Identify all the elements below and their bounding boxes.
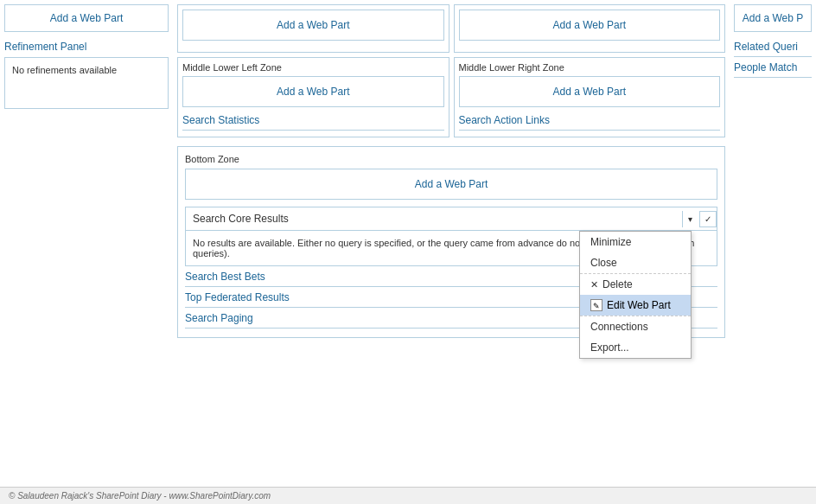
search-action-links-link[interactable]: Search Action Links bbox=[459, 114, 721, 131]
right-panel: Add a Web P Related Queri People Match bbox=[730, 0, 816, 504]
footer-bar: © Salaudeen Rajack's SharePoint Diary - … bbox=[0, 487, 816, 504]
right-add-web-part-button[interactable]: Add a Web P bbox=[734, 4, 812, 32]
search-core-dropdown-button[interactable]: ▾ bbox=[682, 211, 698, 227]
middle-lower-right-label: Middle Lower Right Zone bbox=[459, 62, 721, 73]
refinement-box: No refinements available bbox=[4, 57, 169, 109]
middle-lower-left-label: Middle Lower Left Zone bbox=[182, 62, 444, 73]
footer-text: © Salaudeen Rajack's SharePoint Diary - … bbox=[9, 491, 271, 501]
search-statistics-link[interactable]: Search Statistics bbox=[182, 114, 444, 131]
search-core-results-title: Search Core Results bbox=[186, 207, 682, 230]
bottom-zone: Bottom Zone Add a Web Part Search Core R… bbox=[177, 146, 725, 338]
context-menu-connections[interactable]: Connections bbox=[580, 316, 691, 337]
top-right-add-web-part-button[interactable]: Add a Web Part bbox=[459, 10, 721, 41]
edit-web-part-icon: ✎ bbox=[590, 299, 602, 311]
context-menu-minimize[interactable]: Minimize bbox=[580, 232, 691, 252]
top-row: Add a Web Part Add a Web Part bbox=[177, 4, 725, 53]
context-menu: Minimize Close ✕ Delete ✎ Edit Web Part bbox=[579, 231, 692, 359]
results-wrapper: No results are available. Either no quer… bbox=[185, 231, 717, 266]
minimize-label: Minimize bbox=[590, 236, 631, 248]
middle-panel: Add a Web Part Add a Web Part Middle Low… bbox=[173, 0, 730, 504]
connections-label: Connections bbox=[590, 321, 648, 333]
top-left-zone: Add a Web Part bbox=[177, 4, 449, 53]
delete-x-icon: ✕ bbox=[590, 279, 598, 290]
top-left-add-web-part-button[interactable]: Add a Web Part bbox=[182, 10, 444, 41]
delete-label: Delete bbox=[602, 278, 633, 290]
close-label: Close bbox=[590, 257, 617, 269]
middle-lower-left-zone: Middle Lower Left Zone Add a Web Part Se… bbox=[177, 57, 449, 137]
context-menu-edit-web-part[interactable]: ✎ Edit Web Part bbox=[580, 295, 691, 316]
search-core-check-button[interactable]: ✓ bbox=[699, 211, 717, 227]
edit-web-part-label: Edit Web Part bbox=[607, 299, 671, 311]
middle-lower-right-add-button[interactable]: Add a Web Part bbox=[459, 76, 721, 107]
export-label: Export... bbox=[590, 341, 629, 354]
context-menu-close[interactable]: Close bbox=[580, 252, 691, 273]
no-refinements-text: No refinements available bbox=[12, 65, 117, 75]
related-queries-link[interactable]: Related Queri bbox=[734, 41, 812, 57]
context-menu-delete[interactable]: ✕ Delete bbox=[580, 273, 691, 295]
middle-lower-row: Middle Lower Left Zone Add a Web Part Se… bbox=[177, 57, 725, 137]
bottom-add-web-part-button[interactable]: Add a Web Part bbox=[185, 169, 717, 200]
search-core-results-bar: Search Core Results ▾ ✓ bbox=[185, 207, 717, 231]
middle-lower-left-add-button[interactable]: Add a Web Part bbox=[182, 76, 444, 107]
refinement-panel-label: Refinement Panel bbox=[4, 41, 169, 53]
people-match-link[interactable]: People Match bbox=[734, 61, 812, 78]
left-panel: Add a Web Part Refinement Panel No refin… bbox=[0, 0, 173, 504]
context-menu-export[interactable]: Export... bbox=[580, 337, 691, 358]
bottom-zone-label: Bottom Zone bbox=[185, 154, 717, 164]
top-right-zone: Add a Web Part bbox=[454, 4, 726, 53]
middle-lower-right-zone: Middle Lower Right Zone Add a Web Part S… bbox=[454, 57, 726, 137]
left-add-web-part-button[interactable]: Add a Web Part bbox=[4, 4, 169, 32]
